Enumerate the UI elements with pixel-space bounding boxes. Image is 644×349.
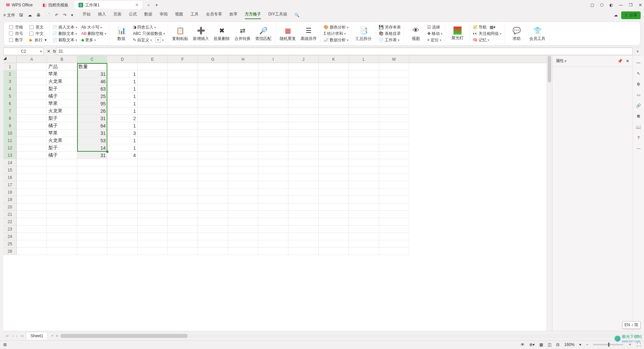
cell[interactable] (138, 122, 168, 130)
formula-input[interactable]: 31 (56, 48, 633, 55)
cell[interactable]: 95 (77, 100, 107, 107)
cell[interactable] (349, 233, 379, 240)
cell[interactable] (77, 248, 107, 255)
cell[interactable] (77, 218, 107, 226)
spreadsheet[interactable]: ◢ ABCDEFGHIJKLM 1产品数量2苹果3113火龙果4614梨子631… (3, 56, 547, 331)
cell[interactable] (198, 174, 228, 181)
cell[interactable] (288, 85, 319, 93)
cell[interactable]: 1 (107, 70, 138, 78)
cell[interactable] (17, 226, 47, 233)
cell[interactable] (258, 240, 288, 248)
cell[interactable] (228, 107, 258, 115)
row-header[interactable]: 13 (3, 152, 17, 159)
cell[interactable] (258, 144, 288, 152)
minimize-icon[interactable]: — (619, 3, 623, 7)
add-sheet-icon[interactable]: ＋ (50, 333, 54, 339)
col-header-F[interactable]: F (168, 56, 198, 63)
cell[interactable] (17, 166, 47, 174)
row-header[interactable]: 11 (3, 137, 17, 144)
cell[interactable] (228, 122, 258, 130)
cell[interactable] (17, 130, 47, 137)
cell[interactable] (168, 203, 198, 211)
link-icon[interactable]: 🔗 (636, 103, 641, 108)
cell[interactable] (319, 70, 349, 78)
value-button[interactable]: 📊数值 (112, 26, 131, 42)
cell[interactable] (228, 115, 258, 122)
cell[interactable] (138, 248, 168, 255)
cell[interactable] (379, 218, 409, 226)
cell[interactable] (47, 218, 77, 226)
saveas-button[interactable]: 💾另存本表 (379, 24, 401, 30)
close-panel-icon[interactable]: ✕ (626, 59, 629, 63)
target-icon[interactable]: ⊕▾ (529, 342, 535, 347)
cell[interactable] (107, 63, 138, 70)
cell[interactable] (288, 218, 319, 226)
cell[interactable] (77, 181, 107, 189)
cell[interactable] (198, 211, 228, 218)
cell[interactable] (47, 181, 77, 189)
cell[interactable]: 橘子 (47, 122, 77, 130)
cell[interactable] (17, 174, 47, 181)
cell[interactable]: 梨子 (47, 144, 77, 152)
cell[interactable] (228, 93, 258, 100)
cell[interactable] (17, 85, 47, 93)
cell[interactable] (319, 211, 349, 218)
search-icon[interactable]: 🔍 (294, 13, 300, 17)
row-header[interactable]: 14 (3, 159, 17, 166)
cell[interactable] (379, 166, 409, 174)
cell[interactable] (168, 115, 198, 122)
cell[interactable]: 46 (77, 78, 107, 85)
view-button[interactable]: 👁视图 (407, 26, 425, 42)
cell[interactable] (288, 181, 319, 189)
cell[interactable] (138, 85, 168, 93)
cell[interactable] (138, 226, 168, 233)
menu-tab-1[interactable]: 插入 (98, 11, 106, 19)
cell[interactable] (138, 189, 168, 196)
cell[interactable] (17, 218, 47, 226)
row-header[interactable]: 17 (3, 181, 17, 189)
cell[interactable] (228, 196, 258, 203)
new-tab-button[interactable]: ＋ (145, 1, 153, 9)
cell[interactable] (168, 218, 198, 226)
split-button[interactable]: 📑汇总拆分 (354, 26, 373, 42)
cell[interactable] (198, 93, 228, 100)
vertical-scrollbar[interactable] (547, 56, 552, 331)
cell[interactable] (319, 233, 349, 240)
cell[interactable] (319, 85, 349, 93)
col-header-K[interactable]: K (319, 56, 349, 63)
cell[interactable] (138, 130, 168, 137)
cell[interactable] (107, 166, 138, 174)
cell[interactable] (138, 93, 168, 100)
cell[interactable] (288, 233, 319, 240)
col-header-G[interactable]: G (198, 56, 228, 63)
cell[interactable] (198, 152, 228, 159)
cell[interactable] (138, 203, 168, 211)
row-header[interactable]: 23 (3, 226, 17, 233)
row-header[interactable]: 6 (3, 100, 17, 107)
cell[interactable] (349, 78, 379, 85)
cell[interactable] (258, 248, 288, 255)
last-sheet-icon[interactable]: ⇥ (20, 334, 23, 338)
row-header[interactable]: 22 (3, 218, 17, 226)
cell[interactable] (258, 115, 288, 122)
row-header[interactable]: 15 (3, 166, 17, 174)
more-button[interactable]: 更多 (85, 37, 93, 43)
cell[interactable] (349, 196, 379, 203)
sort-button[interactable]: ☰高级排序 (299, 26, 318, 42)
plus-button[interactable]: + (155, 37, 161, 43)
cell[interactable] (288, 70, 319, 78)
zoom-out-icon[interactable]: − (586, 342, 588, 347)
cell[interactable]: 1 (107, 100, 138, 107)
new-insert-button[interactable]: ➕新增插入 (192, 26, 210, 42)
menu-tab-9[interactable]: 效率 (229, 11, 237, 19)
book-icon[interactable]: 📖 (636, 125, 641, 130)
menu-tab-3[interactable]: 公式 (129, 11, 137, 19)
exec-button[interactable]: 执行 (35, 37, 43, 43)
prev-sheet-icon[interactable]: ‹ (12, 334, 13, 338)
namebox-dd-icon[interactable]: ▾ (40, 49, 42, 54)
cell[interactable] (138, 233, 168, 240)
cell[interactable] (258, 107, 288, 115)
cell[interactable]: 1 (107, 122, 138, 130)
cell[interactable] (228, 166, 258, 174)
cell[interactable]: 橘子 (47, 93, 77, 100)
